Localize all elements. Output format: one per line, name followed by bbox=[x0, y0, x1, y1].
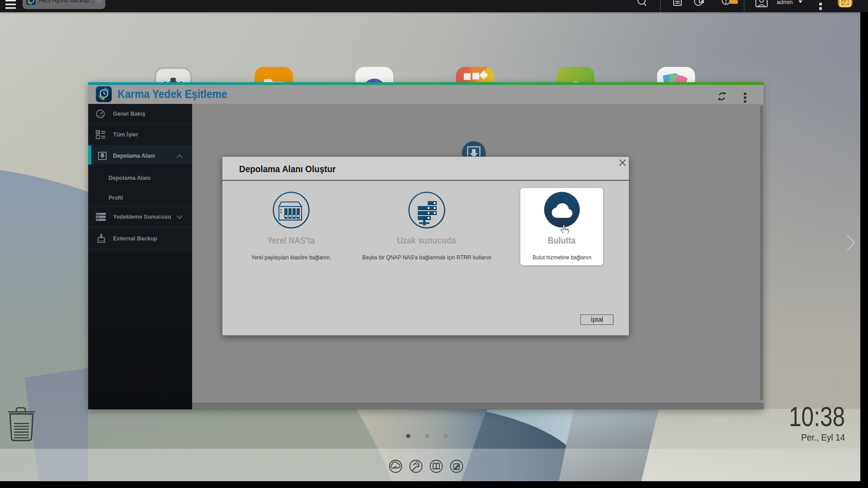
svg-text:admin: admin bbox=[777, 0, 793, 5]
